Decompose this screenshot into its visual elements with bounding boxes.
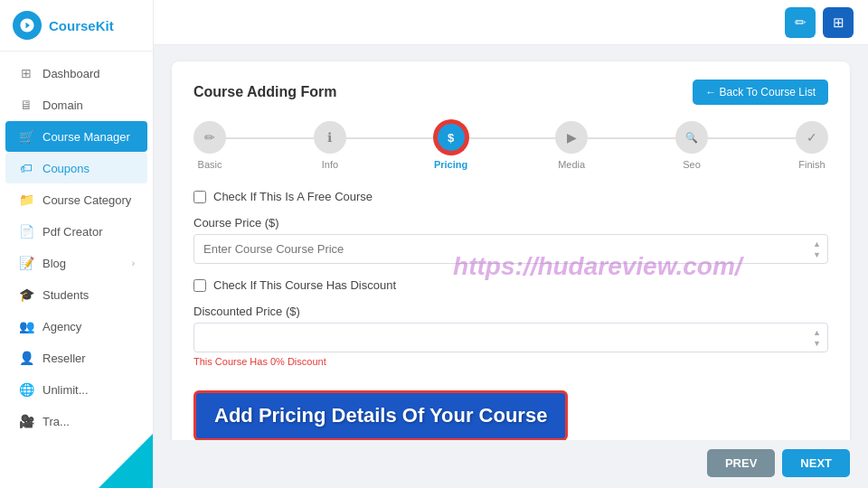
form-card: Course Adding Form ← Back To Course List… — [172, 61, 850, 440]
step-seo-circle: 🔍 — [675, 121, 708, 154]
sidebar-item-label: Coupons — [42, 162, 90, 175]
course-category-icon: 📁 — [18, 192, 34, 207]
sidebar-item-training[interactable]: 🎥 Tra... — [5, 406, 147, 434]
step-basic[interactable]: ✏ Basic — [193, 121, 226, 170]
promo-banner: Add Pricing Details Of Your Course — [193, 390, 568, 440]
step-media[interactable]: ▶ Media — [555, 121, 588, 170]
sidebar-item-pdf-creator[interactable]: 📄 Pdf Creator — [5, 216, 147, 247]
step-seo-label: Seo — [683, 159, 701, 170]
discount-note: This Course Has 0% Discount — [193, 356, 828, 367]
sidebar-navigation: ⊞ Dashboard 🖥 Domain 🛒 Course Manager 🏷 … — [0, 52, 153, 434]
unlimited-icon: 🌐 — [18, 382, 34, 397]
prev-button[interactable]: PREV — [707, 449, 775, 477]
stepper: ✏ Basic ℹ Info $ Pricing ▶ Media — [193, 121, 828, 170]
dashboard-icon: ⊞ — [18, 66, 34, 80]
discount-spinners: ▲ ▼ — [811, 327, 823, 348]
sidebar-item-agency[interactable]: 👥 Agency — [5, 311, 147, 342]
bottom-navigation: PREV NEXT — [154, 440, 868, 488]
sidebar-item-label: Tra... — [42, 415, 70, 428]
blog-icon: 📝 — [18, 256, 34, 270]
sidebar-item-blog[interactable]: 📝 Blog › — [5, 248, 147, 278]
sidebar-item-label: Pdf Creator — [42, 225, 102, 239]
sidebar-item-label: Blog — [42, 257, 66, 270]
sidebar-item-label: Agency — [42, 320, 81, 333]
free-course-row: Check If This Is A Free Course — [193, 190, 828, 203]
sidebar-decoration — [99, 434, 153, 488]
sidebar-item-domain[interactable]: 🖥 Domain — [5, 89, 147, 120]
step-basic-circle: ✏ — [193, 121, 226, 154]
discount-label: Check If This Course Has Discount — [213, 278, 396, 292]
discount-spin-up[interactable]: ▲ — [811, 327, 823, 337]
next-button[interactable]: NEXT — [782, 449, 850, 477]
discounted-price-input-wrapper: ▲ ▼ — [193, 323, 828, 352]
coupons-icon: 🏷 — [18, 161, 34, 175]
step-pricing-label: Pricing — [434, 159, 467, 170]
course-price-field: Course Price ($) ▲ ▼ — [193, 216, 828, 264]
sidebar-item-label: Domain — [42, 99, 83, 112]
step-finish[interactable]: ✓ Finish — [796, 121, 828, 170]
discounted-price-label: Discounted Price ($) — [193, 305, 828, 318]
discounted-price-field: Discounted Price ($) ▲ ▼ This Course Has… — [193, 305, 828, 367]
step-info-label: Info — [322, 159, 338, 170]
discount-checkbox[interactable] — [193, 279, 206, 292]
main-content: ✏ ⊞ https://hudareview.com/ Course Addin… — [154, 0, 868, 488]
sidebar-item-label: Course Category — [42, 193, 131, 207]
sidebar-item-students[interactable]: 🎓 Students — [5, 279, 147, 310]
pdf-creator-icon: 📄 — [18, 224, 34, 239]
sidebar-item-label: Reseller — [42, 352, 86, 365]
grid-topbar-button[interactable]: ⊞ — [823, 7, 854, 38]
edit-topbar-button[interactable]: ✏ — [785, 7, 816, 38]
logo-icon — [13, 11, 42, 40]
form-header: Course Adding Form ← Back To Course List — [193, 80, 828, 105]
price-spin-down[interactable]: ▼ — [811, 249, 823, 259]
page-content: Course Adding Form ← Back To Course List… — [154, 45, 868, 440]
course-price-input[interactable] — [193, 234, 828, 264]
sidebar-item-label: Students — [42, 288, 89, 302]
sidebar-item-reseller[interactable]: 👤 Reseller — [5, 343, 147, 373]
sidebar-item-label: Dashboard — [42, 67, 100, 80]
training-icon: 🎥 — [18, 414, 34, 428]
sidebar: CourseKit ⊞ Dashboard 🖥 Domain 🛒 Course … — [0, 0, 154, 488]
sidebar-item-course-category[interactable]: 📁 Course Category — [5, 184, 147, 215]
step-finish-label: Finish — [798, 159, 825, 170]
step-info-circle: ℹ — [314, 121, 346, 154]
logo: CourseKit — [0, 0, 153, 52]
sidebar-item-label: Unlimit... — [42, 383, 89, 397]
sidebar-item-dashboard[interactable]: ⊞ Dashboard — [5, 58, 147, 89]
discount-spin-down[interactable]: ▼ — [811, 338, 823, 348]
price-spin-up[interactable]: ▲ — [811, 239, 823, 249]
sidebar-item-unlimited[interactable]: 🌐 Unlimit... — [5, 374, 147, 405]
price-spinners: ▲ ▼ — [811, 239, 823, 259]
step-pricing[interactable]: $ Pricing — [434, 121, 467, 170]
reseller-icon: 👤 — [18, 351, 34, 365]
sidebar-item-coupons[interactable]: 🏷 Coupons — [5, 153, 147, 183]
sidebar-item-course-manager[interactable]: 🛒 Course Manager — [5, 121, 147, 152]
domain-icon: 🖥 — [18, 98, 34, 112]
chevron-icon: › — [132, 258, 135, 268]
course-price-label: Course Price ($) — [193, 216, 828, 230]
course-manager-icon: 🛒 — [18, 129, 34, 144]
sidebar-item-label: Course Manager — [42, 130, 130, 144]
step-info[interactable]: ℹ Info — [314, 121, 346, 170]
free-course-label: Check If This Is A Free Course — [213, 190, 373, 203]
step-pricing-circle: $ — [435, 121, 467, 154]
step-basic-label: Basic — [198, 159, 222, 170]
students-icon: 🎓 — [18, 287, 34, 302]
step-seo[interactable]: 🔍 Seo — [675, 121, 708, 170]
free-course-checkbox[interactable] — [193, 191, 206, 203]
step-finish-circle: ✓ — [796, 121, 828, 154]
agency-icon: 👥 — [18, 319, 34, 333]
step-media-circle: ▶ — [555, 121, 588, 154]
discounted-price-input[interactable] — [193, 323, 828, 352]
course-price-input-wrapper: ▲ ▼ — [193, 234, 828, 264]
promo-banner-text: Add Pricing Details Of Your Course — [214, 404, 547, 427]
form-title: Course Adding Form — [193, 84, 337, 100]
back-to-course-list-button[interactable]: ← Back To Course List — [693, 80, 828, 105]
step-media-label: Media — [558, 159, 585, 170]
content-wrapper: https://hudareview.com/ Course Adding Fo… — [154, 45, 868, 488]
logo-text: CourseKit — [49, 18, 114, 33]
topbar: ✏ ⊞ — [154, 0, 868, 45]
discount-row: Check If This Course Has Discount — [193, 278, 828, 292]
